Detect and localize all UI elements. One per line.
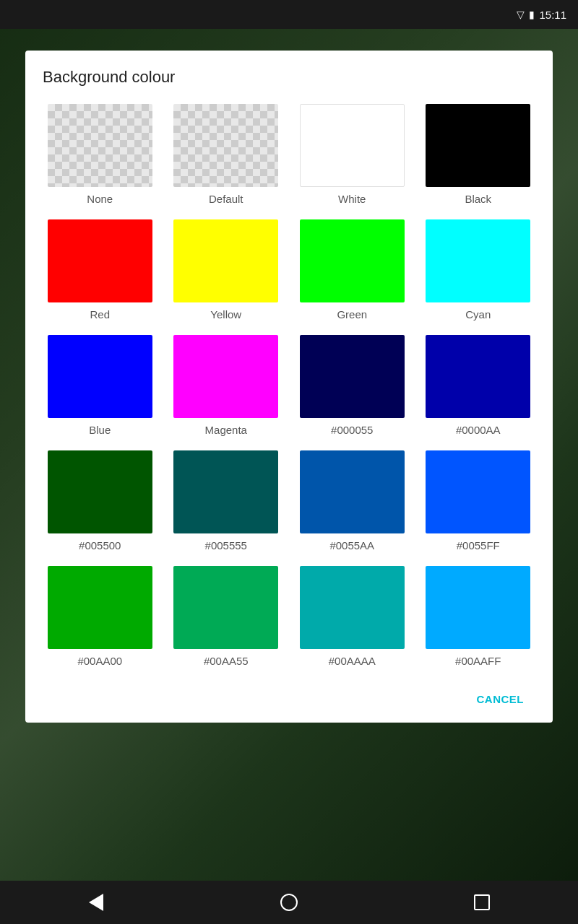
recents-button[interactable] <box>460 888 504 917</box>
color-swatch-00AA55 <box>173 566 278 649</box>
color-swatch-none <box>48 104 152 187</box>
color-swatch-00AAAA <box>300 566 405 649</box>
color-label-cyan: Cyan <box>465 308 491 321</box>
color-swatch-0000AA <box>426 335 530 418</box>
color-item-none[interactable]: None <box>43 104 158 205</box>
back-icon <box>89 894 103 911</box>
color-grid: NoneDefaultWhiteBlackRedYellowGreenCyanB… <box>43 104 535 667</box>
dialog: Background colour NoneDefaultWhiteBlackR… <box>25 51 553 723</box>
color-swatch-0055FF <box>426 450 530 533</box>
home-icon <box>280 894 298 911</box>
color-swatch-005555 <box>173 450 278 533</box>
color-label-magenta: Magenta <box>205 424 247 436</box>
color-label-green: Green <box>337 308 367 321</box>
color-swatch-0055AA <box>300 450 405 533</box>
color-item-00AAAA[interactable]: #00AAAA <box>295 566 410 667</box>
battery-icon: ▮ <box>529 9 535 20</box>
color-label-0055FF: #0055FF <box>457 539 500 552</box>
color-label-005500: #005500 <box>79 539 121 552</box>
color-swatch-green <box>300 219 405 302</box>
color-label-red: Red <box>90 308 110 321</box>
color-label-none: None <box>87 193 113 205</box>
color-label-00AA55: #00AA55 <box>204 655 249 667</box>
color-swatch-cyan <box>426 219 530 302</box>
color-label-00AAFF: #00AAFF <box>455 655 501 667</box>
color-item-blue[interactable]: Blue <box>43 335 158 436</box>
color-swatch-default <box>173 104 278 187</box>
cancel-button[interactable]: CANCEL <box>465 687 536 711</box>
color-item-red[interactable]: Red <box>43 219 158 321</box>
color-swatch-black <box>426 104 530 187</box>
color-item-green[interactable]: Green <box>295 219 410 321</box>
color-swatch-blue <box>48 335 152 418</box>
color-swatch-00AA00 <box>48 566 152 649</box>
color-label-00AAAA: #00AAAA <box>329 655 376 667</box>
color-swatch-005500 <box>48 450 152 533</box>
color-item-00AA00[interactable]: #00AA00 <box>43 566 158 667</box>
color-label-default: Default <box>209 193 243 205</box>
color-label-000055: #000055 <box>331 424 373 436</box>
color-label-0000AA: #0000AA <box>456 424 501 436</box>
dialog-actions: CANCEL <box>43 681 535 711</box>
color-label-0055AA: #0055AA <box>329 539 374 552</box>
color-swatch-magenta <box>173 335 278 418</box>
recents-icon <box>474 894 490 910</box>
bottom-nav-bar <box>0 881 578 924</box>
color-item-yellow[interactable]: Yellow <box>169 219 284 321</box>
color-swatch-000055 <box>300 335 405 418</box>
color-item-black[interactable]: Black <box>421 104 536 205</box>
status-time: 15:11 <box>539 9 566 21</box>
color-swatch-white <box>300 104 405 187</box>
color-swatch-00AAFF <box>426 566 530 649</box>
color-label-005555: #005555 <box>205 539 247 552</box>
color-label-black: Black <box>465 193 491 205</box>
status-bar: ▽ ▮ 15:11 <box>0 0 578 29</box>
color-item-0055AA[interactable]: #0055AA <box>295 450 410 552</box>
color-item-0000AA[interactable]: #0000AA <box>421 335 536 436</box>
color-item-0055FF[interactable]: #0055FF <box>421 450 536 552</box>
dialog-title: Background colour <box>43 68 535 87</box>
color-label-00AA00: #00AA00 <box>77 655 122 667</box>
modal-overlay: Background colour NoneDefaultWhiteBlackR… <box>0 29 578 881</box>
color-swatch-red <box>48 219 152 302</box>
color-swatch-yellow <box>173 219 278 302</box>
wifi-icon: ▽ <box>517 9 525 20</box>
color-label-white: White <box>338 193 366 205</box>
status-icons: ▽ ▮ 15:11 <box>517 9 566 21</box>
color-item-005555[interactable]: #005555 <box>169 450 284 552</box>
color-item-00AAFF[interactable]: #00AAFF <box>421 566 536 667</box>
back-button[interactable] <box>74 888 118 917</box>
color-item-005500[interactable]: #005500 <box>43 450 158 552</box>
color-item-cyan[interactable]: Cyan <box>421 219 536 321</box>
color-item-00AA55[interactable]: #00AA55 <box>169 566 284 667</box>
color-item-default[interactable]: Default <box>169 104 284 205</box>
color-item-white[interactable]: White <box>295 104 410 205</box>
color-item-magenta[interactable]: Magenta <box>169 335 284 436</box>
home-button[interactable] <box>267 888 311 917</box>
color-label-yellow: Yellow <box>210 308 241 321</box>
color-label-blue: Blue <box>89 424 111 436</box>
color-item-000055[interactable]: #000055 <box>295 335 410 436</box>
